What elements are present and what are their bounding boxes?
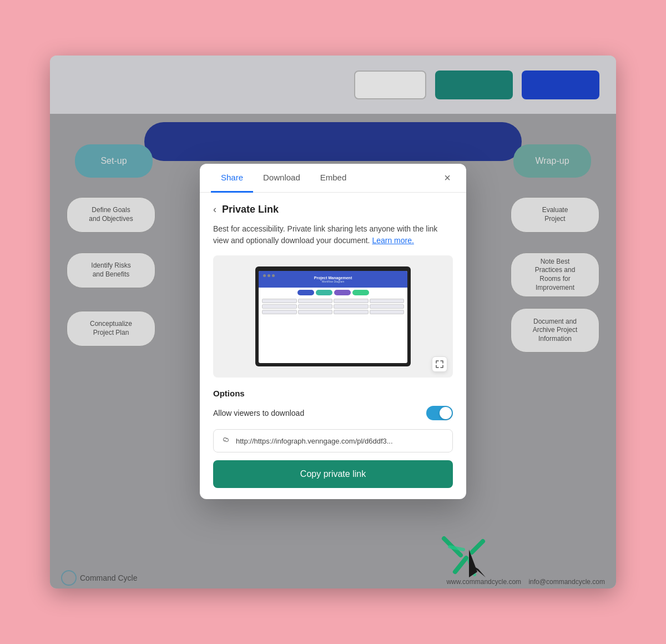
copy-private-link-button[interactable]: Copy private link	[213, 460, 453, 488]
share-modal: Share Download Embed × ‹ Private Link Be…	[200, 164, 466, 499]
mini-box-11	[334, 310, 369, 314]
allow-download-row: Allow viewers to download	[213, 406, 453, 420]
mini-box-10	[298, 310, 333, 314]
mini-pill-3	[334, 290, 351, 295]
tab-download[interactable]: Download	[253, 164, 310, 193]
allow-download-toggle[interactable]	[426, 406, 453, 420]
private-link-header: ‹ Private Link	[213, 204, 453, 215]
link-icon	[221, 435, 230, 446]
preview-diagram-subtitle: Workflow Diagram	[314, 280, 352, 283]
tab-share[interactable]: Share	[211, 164, 253, 193]
preview-diagram-title: Project Management	[314, 276, 352, 280]
mini-box-5	[262, 304, 297, 309]
mini-box-8	[370, 304, 405, 309]
modal-tabs: Share Download Embed ×	[200, 164, 466, 193]
dot-2	[268, 274, 270, 277]
mini-box-1	[262, 299, 297, 303]
preview-flow	[259, 288, 407, 298]
mini-pill-1	[297, 290, 314, 295]
modal-overlay: Share Download Embed × ‹ Private Link Be…	[50, 114, 616, 588]
top-bar-outline-button[interactable]	[354, 71, 426, 99]
modal-body: ‹ Private Link Best for accessibility. P…	[200, 193, 466, 499]
url-value: http://https://infograph.venngage.com/pl…	[236, 437, 445, 445]
top-bar-teal-button[interactable]	[435, 71, 513, 99]
learn-more-link[interactable]: Learn more.	[372, 236, 413, 245]
mini-box-2	[298, 299, 333, 303]
description-text: Best for accessibility. Private link sha…	[213, 223, 453, 246]
options-title: Options	[213, 389, 453, 398]
tab-embed[interactable]: Embed	[310, 164, 357, 193]
mini-box-3	[334, 299, 369, 303]
back-arrow-icon[interactable]: ‹	[213, 204, 216, 215]
mini-box-6	[298, 304, 333, 309]
top-bar-blue-button[interactable]	[522, 71, 599, 99]
preview-area: Project Management Workflow Diagram	[213, 255, 453, 378]
app-window: Set-up Define Goalsand Objectives Identi…	[50, 56, 616, 588]
preview-thumbnail: Project Management Workflow Diagram	[255, 266, 411, 366]
modal-close-button[interactable]: ×	[440, 170, 455, 186]
preview-header-bar: Project Management Workflow Diagram	[259, 271, 407, 288]
top-bar	[50, 56, 616, 114]
private-link-title: Private Link	[222, 204, 279, 215]
mini-pill-2	[316, 290, 332, 295]
canvas-area: Set-up Define Goalsand Objectives Identi…	[50, 114, 616, 588]
preview-content: Project Management Workflow Diagram	[259, 271, 407, 363]
dot-3	[272, 274, 275, 277]
expand-button[interactable]	[432, 356, 447, 372]
url-input-row[interactable]: http://https://infograph.venngage.com/pl…	[213, 429, 453, 452]
mini-box-7	[334, 304, 369, 309]
mini-box-4	[370, 299, 405, 303]
preview-grid	[259, 298, 407, 315]
allow-download-label: Allow viewers to download	[213, 409, 304, 417]
toggle-thumb	[440, 407, 452, 419]
mini-pill-4	[352, 290, 369, 295]
browser-dots	[263, 274, 275, 277]
dot-1	[263, 274, 266, 277]
mini-box-9	[262, 310, 297, 314]
mini-box-12	[370, 310, 405, 314]
